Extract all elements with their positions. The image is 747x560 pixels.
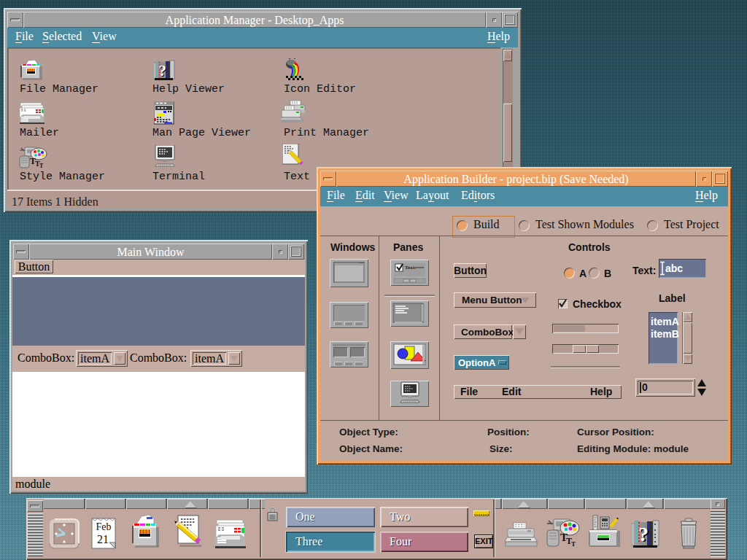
svg-text:T: T (571, 540, 576, 548)
svg-text:?: ? (159, 62, 167, 79)
svg-text:T: T (39, 163, 44, 169)
svg-text:?: ? (638, 523, 649, 545)
